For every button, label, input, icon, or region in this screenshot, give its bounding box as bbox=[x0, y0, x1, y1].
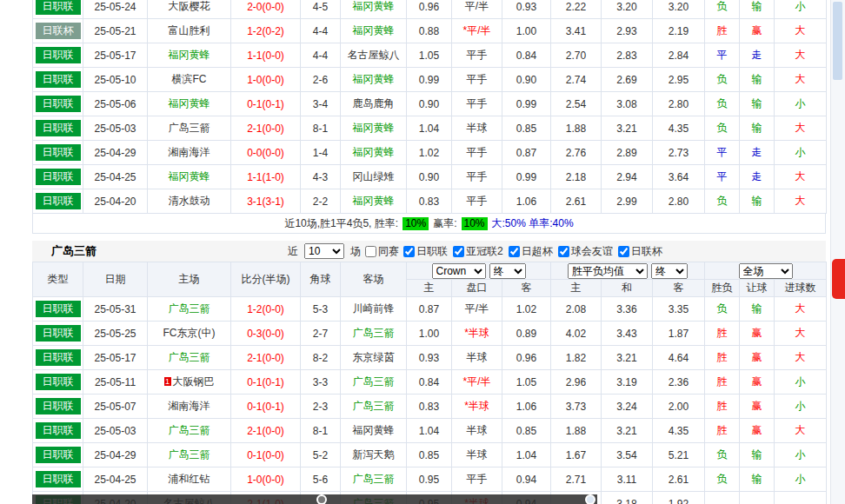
home-team-link[interactable]: 广岛三箭 bbox=[169, 302, 210, 315]
score-link[interactable]: 0-1(0-0) bbox=[247, 449, 284, 461]
away-team-link[interactable]: 川崎前锋 bbox=[353, 302, 395, 315]
away-team-link[interactable]: 东京绿茵 bbox=[353, 351, 395, 363]
league-badge[interactable]: 日职联 bbox=[36, 398, 81, 414]
score-link[interactable]: 1-0(0-0) bbox=[247, 74, 284, 86]
league-badge[interactable]: 日职联 bbox=[36, 471, 81, 487]
league-filter[interactable]: 日超杯 bbox=[509, 244, 553, 259]
bookmaker-select[interactable]: Crown bbox=[432, 263, 486, 279]
score-link[interactable]: 1-1(1-0) bbox=[247, 171, 284, 183]
score-link[interactable]: 0-3(0-0) bbox=[247, 328, 284, 340]
asia-handicap: *平/半 bbox=[452, 19, 502, 43]
away-team-link[interactable]: 福冈黄蜂 bbox=[353, 122, 395, 134]
away-team-link[interactable]: 福冈黄蜂 bbox=[353, 195, 395, 207]
recent-count-select[interactable]: 10 bbox=[304, 243, 344, 259]
score-link[interactable]: 1-0(0-0) bbox=[247, 474, 284, 486]
league-badge[interactable]: 日职联 bbox=[36, 71, 81, 88]
league-checkbox[interactable] bbox=[509, 246, 520, 257]
league-badge[interactable]: 日职联 bbox=[36, 169, 81, 185]
home-team-link[interactable]: 福冈黄蜂 bbox=[169, 49, 210, 61]
league-badge[interactable]: 日职联 bbox=[36, 374, 81, 390]
score-link[interactable]: 2-1(0-0) bbox=[247, 425, 284, 437]
home-team-link[interactable]: 湘南海洋 bbox=[169, 400, 210, 412]
league-checkbox[interactable] bbox=[558, 246, 569, 257]
away-team-link[interactable]: 广岛三箭 bbox=[353, 375, 395, 388]
score-link[interactable]: 0-0(0-0) bbox=[247, 147, 284, 159]
away-team-link[interactable]: 福冈黄蜂 bbox=[353, 73, 395, 85]
league-badge[interactable]: 日职联 bbox=[36, 144, 81, 161]
home-team-link[interactable]: 广岛三箭 bbox=[169, 351, 210, 363]
score-link[interactable]: 2-1(0-0) bbox=[247, 352, 284, 364]
score-link[interactable]: 3-1(3-1) bbox=[247, 196, 284, 208]
same-event-filter[interactable]: 同赛 bbox=[365, 244, 399, 259]
away-team-link[interactable]: 名古屋鲸八 bbox=[348, 49, 400, 61]
score-link[interactable]: 0-1(0-1) bbox=[247, 376, 284, 388]
scrollbar[interactable] bbox=[830, 0, 845, 504]
subcol-euro-draw: 和 bbox=[602, 280, 653, 297]
league-filter[interactable]: 亚冠联2 bbox=[453, 244, 503, 259]
league-cell: 日职联 bbox=[33, 165, 83, 189]
league-badge[interactable]: 日职联 bbox=[36, 0, 81, 15]
score-link[interactable]: 0-1(0-1) bbox=[247, 401, 284, 413]
league-badge[interactable]: 日联杯 bbox=[36, 23, 81, 39]
league-badge[interactable]: 日职联 bbox=[36, 120, 81, 136]
away-cell: 新泻天鹅 bbox=[341, 443, 407, 468]
overlay-right-icon[interactable] bbox=[585, 494, 595, 504]
away-team-link[interactable]: 福冈黄蜂 bbox=[353, 146, 395, 158]
score-link[interactable]: 0-1(0-1) bbox=[247, 98, 284, 110]
league-checkbox[interactable] bbox=[618, 246, 629, 257]
away-team-link[interactable]: 广岛三箭 bbox=[353, 327, 395, 339]
league-filter[interactable]: 日联杯 bbox=[618, 244, 662, 259]
euro-stage-select[interactable]: 终 bbox=[651, 263, 688, 279]
home-team-link[interactable]: 广岛三箭 bbox=[169, 448, 210, 461]
league-badge[interactable]: 日职联 bbox=[36, 47, 81, 63]
league-badge[interactable]: 日职联 bbox=[36, 301, 81, 317]
league-checkbox[interactable] bbox=[403, 246, 415, 257]
league-badge[interactable]: 日职联 bbox=[36, 447, 81, 463]
league-badge[interactable]: 日职联 bbox=[36, 193, 81, 209]
home-team-link[interactable]: 福冈黄蜂 bbox=[169, 97, 210, 109]
away-cell: 福冈黄蜂 bbox=[341, 141, 407, 165]
home-team-link[interactable]: 大阪樱花 bbox=[169, 0, 210, 12]
league-filter-label: 亚冠联2 bbox=[466, 244, 503, 259]
corner-cell: 2-2 bbox=[301, 189, 341, 214]
league-checkbox[interactable] bbox=[453, 246, 464, 257]
away-team-link[interactable]: 广岛三箭 bbox=[353, 473, 395, 485]
home-team-link[interactable]: 横滨FC bbox=[172, 73, 207, 85]
score-link[interactable]: 2-1(0-0) bbox=[247, 123, 284, 135]
floating-side-tab[interactable] bbox=[832, 259, 845, 299]
away-team-link[interactable]: 福冈黄蜂 bbox=[353, 424, 395, 436]
asia-stage-select[interactable]: 终 bbox=[489, 263, 526, 279]
scope-select[interactable]: 全场 bbox=[739, 263, 793, 279]
same-event-checkbox[interactable] bbox=[365, 246, 376, 257]
euro-home-odds: 4.02 bbox=[551, 322, 602, 346]
away-team-link[interactable]: 冈山绿雉 bbox=[353, 170, 395, 182]
league-badge[interactable]: 日职联 bbox=[36, 349, 81, 366]
home-team-link[interactable]: FC东京(中) bbox=[163, 327, 216, 339]
league-badge[interactable]: 日职联 bbox=[36, 325, 81, 342]
league-cell: 日职联 bbox=[33, 419, 83, 443]
league-badge[interactable]: 日职联 bbox=[36, 96, 81, 112]
home-team-link[interactable]: 广岛三箭 bbox=[169, 424, 210, 436]
home-team-link[interactable]: 富山胜利 bbox=[169, 24, 210, 36]
euro-source-select[interactable]: 胜平负均值 bbox=[568, 263, 648, 279]
score-link[interactable]: 1-2(0-0) bbox=[247, 303, 284, 315]
home-team-link[interactable]: 大阪钢巴 bbox=[173, 375, 215, 388]
away-team-link[interactable]: 新泻天鹅 bbox=[353, 448, 395, 461]
away-team-link[interactable]: 福冈黄蜂 bbox=[353, 24, 395, 36]
away-team-link[interactable]: 福冈黄蜂 bbox=[353, 0, 395, 12]
score-link[interactable]: 1-2(0-2) bbox=[247, 25, 284, 37]
score-link[interactable]: 2-0(0-0) bbox=[247, 1, 284, 13]
overlay-left-icon[interactable] bbox=[316, 494, 327, 504]
league-filter[interactable]: 日职联 bbox=[403, 244, 448, 259]
league-badge[interactable]: 日职联 bbox=[36, 422, 81, 439]
home-team-link[interactable]: 清水鼓动 bbox=[169, 195, 210, 207]
home-team-link[interactable]: 湘南海洋 bbox=[169, 146, 210, 158]
home-team-link[interactable]: 浦和红钻 bbox=[169, 473, 210, 485]
home-team-link[interactable]: 广岛三箭 bbox=[169, 122, 210, 134]
league-filter[interactable]: 球会友谊 bbox=[558, 244, 613, 259]
away-team-link[interactable]: 鹿岛鹿角 bbox=[353, 97, 395, 109]
home-team-link[interactable]: 福冈黄蜂 bbox=[169, 170, 210, 182]
score-link[interactable]: 1-1(0-0) bbox=[247, 50, 284, 62]
away-team-link[interactable]: 广岛三箭 bbox=[353, 400, 395, 412]
scrollbar-thumb[interactable] bbox=[833, 2, 842, 80]
